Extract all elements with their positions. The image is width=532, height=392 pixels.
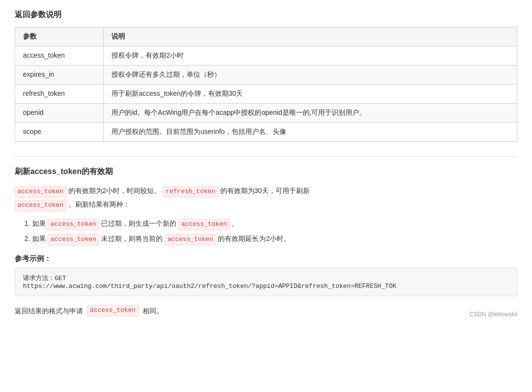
params-table: 参数 说明 access_token授权令牌，有效期2小时expires_in授… — [15, 27, 517, 142]
desc-cell: 授权令牌还有多久过期，单位（秒） — [104, 65, 517, 85]
table-row: access_token授权令牌，有效期2小时 — [15, 46, 517, 65]
list-item-2-mid: 未过期，则将当前的 — [101, 235, 165, 242]
return-params-title: 返回参数说明 — [15, 10, 517, 20]
desc-cell: 用户授权的范围。目前范围为userinfo，包括用户名、头像 — [104, 123, 517, 142]
page-footer: 返回结果的格式与申请 access_token 相同。 CSDN @lebows… — [15, 304, 517, 318]
section-divider — [15, 156, 517, 157]
col-desc-header: 说明 — [104, 27, 517, 46]
desc-text-2: 的有效期为30天，可用于刷新 — [220, 187, 310, 195]
desc-text-1: 的有效期为2小时，时间较短。 — [68, 187, 161, 195]
param-cell: access_token — [15, 46, 104, 65]
code-block[interactable]: 请求方法：GET https://www.acwing.com/third_pa… — [15, 267, 517, 296]
footer-after: 相同。 — [143, 304, 163, 318]
table-row: refresh_token用于刷新access_token的令牌，有效期30天 — [15, 85, 517, 104]
code-access-token-1: access_token — [15, 186, 66, 197]
code-access-token-3: access_token — [47, 219, 99, 230]
code-access-token-2: access_token — [15, 200, 66, 211]
result-list: 1. 如果 access_token 已过期，则生成一个新的 access_to… — [24, 216, 517, 246]
footer-before: 返回结果的格式与申请 — [15, 304, 83, 318]
param-cell: refresh_token — [15, 85, 104, 104]
list-item-2: 2. 如果 access_token 未过期，则将当前的 access_toke… — [24, 231, 517, 246]
desc-paragraph: access_token 的有效期为2小时，时间较短。 refresh_toke… — [15, 184, 517, 211]
code-access-token-5: access_token — [47, 234, 99, 245]
csdn-credit: CSDN @lebowskii — [469, 311, 517, 318]
code-access-token-6: access_token — [165, 234, 216, 245]
desc-text-3: 。刷新结果有两种： — [68, 200, 130, 208]
refresh-title: 刷新access_token的有效期 — [15, 167, 517, 177]
list-item-2-prefix: 2. 如果 — [24, 235, 47, 242]
list-item-2-suffix: 的有效期延长为2小时。 — [218, 235, 290, 242]
footer-text: 返回结果的格式与申请 access_token 相同。 — [15, 304, 163, 318]
table-row: scope用户授权的范围。目前范围为userinfo，包括用户名、头像 — [15, 123, 517, 142]
param-cell: scope — [15, 123, 104, 142]
code-line-1: 请求方法：GET — [23, 274, 509, 283]
list-item-1-mid: 已过期，则生成一个新的 — [101, 219, 178, 227]
col-param-header: 参数 — [15, 27, 104, 46]
desc-cell: 用于刷新access_token的令牌，有效期30天 — [104, 85, 517, 104]
refresh-section: 刷新access_token的有效期 access_token 的有效期为2小时… — [15, 167, 517, 318]
table-row: expires_in授权令牌还有多久过期，单位（秒） — [15, 65, 517, 85]
code-line-2: https://www.acwing.com/third_party/api/o… — [23, 283, 509, 290]
return-params-section: 返回参数说明 参数 说明 access_token授权令牌，有效期2小时expi… — [15, 10, 517, 142]
param-cell: expires_in — [15, 65, 104, 85]
code-access-token-4: access_token — [178, 219, 230, 230]
desc-cell: 用户的id。每个AcWing用户在每个acapp中授权的openid是唯一的,可… — [104, 104, 517, 123]
ref-example-title: 参考示例： — [15, 254, 517, 263]
list-item-1: 1. 如果 access_token 已过期，则生成一个新的 access_to… — [24, 216, 517, 231]
table-header-row: 参数 说明 — [15, 27, 517, 46]
code-access-token-footer: access_token — [87, 305, 139, 316]
param-cell: openid — [15, 104, 104, 123]
table-row: openid用户的id。每个AcWing用户在每个acapp中授权的openid… — [15, 104, 517, 123]
code-refresh-token-1: refresh_token — [163, 186, 218, 197]
list-item-1-suffix: 。 — [232, 219, 238, 227]
list-item-1-prefix: 1. 如果 — [24, 219, 47, 227]
desc-cell: 授权令牌，有效期2小时 — [104, 46, 517, 65]
